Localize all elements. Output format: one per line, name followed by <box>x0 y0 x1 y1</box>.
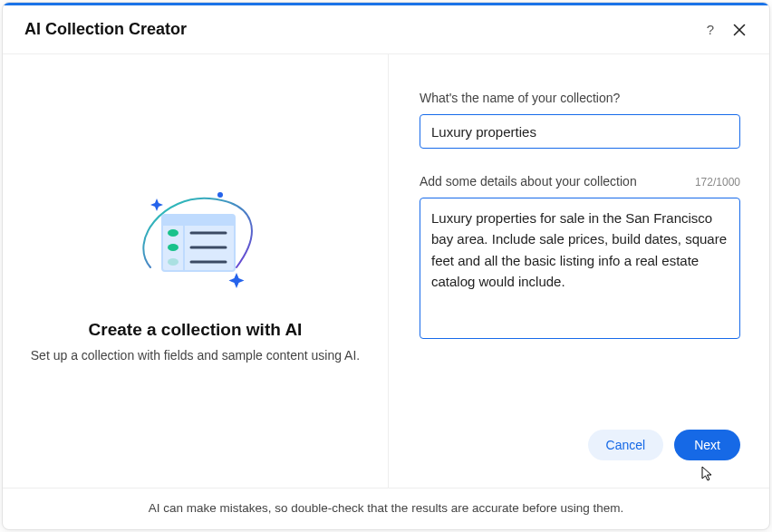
header-actions: ? <box>702 22 748 38</box>
ai-collection-illustration-icon <box>119 177 273 304</box>
left-pane-title: Create a collection with AI <box>89 320 303 340</box>
footer-text: AI can make mistakes, so double-check th… <box>149 501 624 515</box>
collection-name-label: What's the name of your collection? <box>420 91 620 105</box>
modal-title: AI Collection Creator <box>24 20 187 39</box>
collection-details-label: Add some details about your collection <box>420 174 637 189</box>
help-icon[interactable]: ? <box>702 22 719 38</box>
svg-rect-3 <box>162 215 235 226</box>
collection-name-input[interactable] <box>420 114 740 149</box>
svg-point-5 <box>168 229 179 237</box>
collection-name-group: What's the name of your collection? <box>420 91 740 149</box>
modal-body: Create a collection with AI Set up a col… <box>3 54 769 488</box>
cursor-icon <box>700 466 715 482</box>
modal-header: AI Collection Creator ? <box>3 5 769 54</box>
svg-point-7 <box>168 244 179 251</box>
ai-collection-creator-modal: AI Collection Creator ? <box>2 2 770 530</box>
collection-details-textarea[interactable] <box>420 198 740 339</box>
svg-point-11 <box>217 192 223 198</box>
char-count: 172/1000 <box>695 176 740 189</box>
right-pane: What's the name of your collection? Add … <box>389 54 769 488</box>
cancel-button[interactable]: Cancel <box>588 430 664 460</box>
svg-point-9 <box>168 258 179 266</box>
modal-footer: AI can make mistakes, so double-check th… <box>3 488 769 529</box>
left-pane: Create a collection with AI Set up a col… <box>3 54 389 488</box>
collection-details-group: Add some details about your collection 1… <box>420 174 740 343</box>
next-button[interactable]: Next <box>674 430 740 460</box>
left-pane-subtitle: Set up a collection with fields and samp… <box>31 347 360 365</box>
close-icon[interactable] <box>731 22 748 38</box>
form-actions: Cancel Next <box>420 430 740 469</box>
